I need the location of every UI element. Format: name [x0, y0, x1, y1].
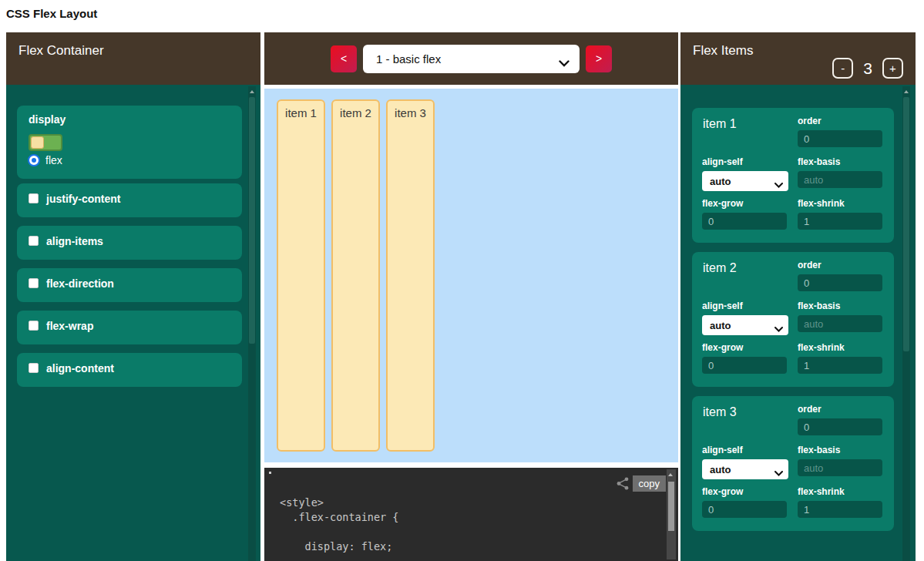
justify-content-card: justify-content	[17, 183, 242, 217]
item-1-flex-basis-field: flex-basis	[798, 156, 885, 188]
align-items-label: align-items	[46, 235, 103, 247]
item-1-align-self-field: align-self auto	[702, 156, 790, 191]
share-icon[interactable]	[616, 476, 630, 494]
flex-items-title: Flex Items	[693, 43, 753, 59]
flex-items-panel: Flex Items - 3 + item 1 order align-self…	[680, 32, 916, 561]
item-2-flex-basis-field: flex-basis	[798, 301, 885, 332]
item-2-align-self-field: align-self auto	[702, 301, 790, 335]
item-3-flex-shrink-field: flex-shrink	[798, 486, 885, 518]
flex-container-title: Flex Container	[18, 43, 104, 59]
align-items-checkbox[interactable]	[29, 236, 39, 246]
flex-basis-label: flex-basis	[798, 156, 885, 167]
item-1-order-input[interactable]	[798, 130, 882, 147]
code-scrollbar-thumb[interactable]	[668, 482, 674, 531]
item-2-card-title: item 2	[703, 261, 737, 275]
remove-item-button[interactable]: -	[832, 58, 853, 79]
flex-grow-label: flex-grow	[702, 198, 790, 209]
item-1-card-title: item 1	[703, 117, 737, 131]
chevron-up-icon[interactable]	[904, 90, 909, 93]
align-content-label: align-content	[46, 362, 114, 375]
next-demo-button[interactable]: >	[586, 45, 612, 72]
item-3-align-self-select[interactable]: auto	[702, 459, 788, 479]
order-label: order	[798, 260, 885, 270]
display-toggle[interactable]	[29, 134, 62, 151]
align-content-checkbox[interactable]	[29, 363, 39, 373]
flex-direction-label: flex-direction	[46, 277, 114, 290]
align-self-label: align-self	[702, 156, 790, 167]
item-3-flex-shrink-input[interactable]	[798, 501, 882, 518]
align-self-label: align-self	[702, 301, 790, 311]
item-1-flex-shrink-field: flex-shrink	[798, 198, 885, 230]
item-count-value: 3	[863, 59, 872, 78]
flex-wrap-checkbox[interactable]	[29, 321, 39, 331]
right-scrollbar-thumb[interactable]	[903, 97, 909, 351]
preview-flex-item: item 1	[277, 99, 325, 452]
flex-grow-label: flex-grow	[702, 486, 790, 497]
code-text: <style> .flex-container { display: flex;	[280, 495, 398, 554]
item-3-flex-basis-input[interactable]	[798, 459, 882, 476]
item-3-flex-basis-field: flex-basis	[798, 445, 885, 476]
display-flex-radio[interactable]	[28, 154, 40, 166]
item-3-flex-grow-field: flex-grow	[702, 486, 790, 518]
demo-select[interactable]: 1 - basic flex	[363, 45, 580, 73]
item-2-flex-shrink-input[interactable]	[798, 357, 882, 374]
chevron-up-icon[interactable]	[250, 90, 254, 93]
flex-basis-label: flex-basis	[798, 445, 885, 455]
flex-container-panel-header: Flex Container	[6, 32, 260, 85]
item-2-order-field: order	[798, 260, 885, 291]
flex-wrap-card: flex-wrap	[17, 311, 242, 344]
item-1-flex-grow-input[interactable]	[702, 213, 787, 230]
order-label: order	[798, 404, 885, 415]
item-2-align-self-select[interactable]: auto	[702, 315, 788, 335]
flex-preview-container: item 1 item 2 item 3	[264, 89, 678, 462]
right-panel-scrollbar[interactable]	[902, 86, 910, 561]
flex-items-panel-body: item 1 order align-self auto flex-basis	[680, 85, 916, 561]
code-panel: copy <style> .flex-container { display: …	[264, 468, 678, 561]
item-2-flex-grow-field: flex-grow	[702, 342, 790, 374]
flex-container-panel-body: display flex justify-content align-items	[6, 85, 260, 561]
prev-demo-button[interactable]: <	[331, 45, 357, 72]
copy-button[interactable]: copy	[633, 475, 666, 492]
item-2-flex-grow-input[interactable]	[702, 357, 787, 374]
item-1-flex-basis-input[interactable]	[798, 171, 882, 188]
item-count-control: - 3 +	[832, 58, 903, 79]
item-3-card-title: item 3	[703, 405, 737, 419]
justify-content-label: justify-content	[46, 193, 120, 205]
item-3-flex-grow-input[interactable]	[702, 501, 787, 518]
item-3-order-field: order	[798, 404, 885, 435]
flex-wrap-label: flex-wrap	[46, 320, 93, 332]
item-3-card: item 3 order align-self auto flex-basis	[692, 396, 894, 531]
item-2-flex-basis-input[interactable]	[798, 315, 882, 332]
preview-flex-item: item 2	[331, 99, 380, 452]
align-content-card: align-content	[17, 353, 242, 387]
chevron-up-icon[interactable]	[668, 473, 673, 476]
item-3-order-input[interactable]	[798, 418, 882, 435]
flex-direction-card: flex-direction	[17, 268, 242, 302]
item-1-align-self-select[interactable]: auto	[702, 171, 788, 191]
add-item-button[interactable]: +	[882, 58, 903, 79]
align-self-label: align-self	[702, 445, 790, 455]
display-flex-radio-row: flex	[28, 154, 62, 166]
page-title: CSS Flex Layout	[6, 7, 97, 20]
display-toggle-knob	[31, 136, 44, 149]
item-1-flex-shrink-input[interactable]	[798, 213, 882, 230]
flex-items-panel-header: Flex Items - 3 +	[680, 32, 916, 85]
flex-container-panel: Flex Container display flex justify-cont…	[6, 32, 260, 561]
demo-nav-bar: < 1 - basic flex >	[264, 32, 678, 85]
flex-basis-label: flex-basis	[798, 301, 885, 311]
app-window: CSS Flex Layout Flex Container display f…	[0, 0, 924, 561]
flex-shrink-label: flex-shrink	[798, 342, 885, 353]
align-items-card: align-items	[17, 226, 242, 260]
preview-flex-item: item 3	[386, 99, 435, 452]
item-2-order-input[interactable]	[798, 274, 882, 291]
display-flex-radio-label: flex	[45, 154, 62, 166]
justify-content-checkbox[interactable]	[29, 193, 39, 203]
flex-direction-checkbox[interactable]	[29, 278, 39, 288]
display-card: display flex	[17, 106, 242, 179]
code-scrollbar[interactable]	[667, 469, 676, 559]
item-1-card: item 1 order align-self auto flex-basis	[692, 108, 894, 243]
code-cursor-dot	[269, 472, 271, 474]
left-panel-scrollbar[interactable]	[248, 86, 256, 561]
left-scrollbar-thumb[interactable]	[249, 97, 255, 344]
item-3-align-self-field: align-self auto	[702, 445, 790, 479]
